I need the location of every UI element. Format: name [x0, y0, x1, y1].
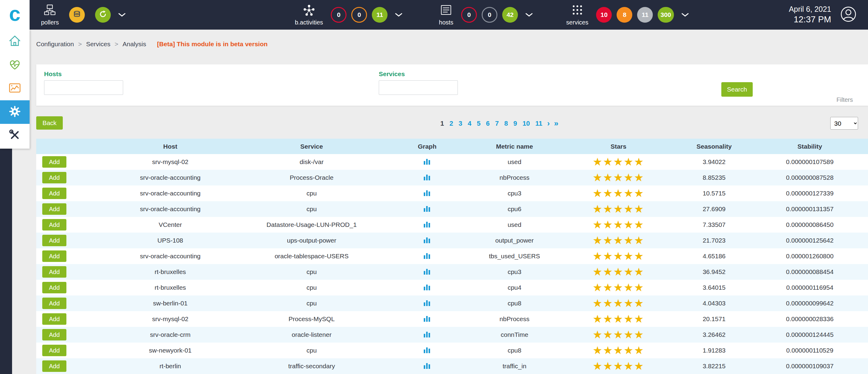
- column-header: Host: [94, 139, 236, 154]
- breadcrumb-services[interactable]: Services: [86, 40, 111, 48]
- last-page-icon[interactable]: »: [554, 119, 558, 128]
- hosts-status-badge[interactable]: 42: [502, 7, 518, 23]
- service-cell: Process-Oracle: [236, 170, 385, 185]
- graph-icon[interactable]: [423, 283, 431, 291]
- poller-database-status-badge[interactable]: [69, 7, 85, 23]
- hosts-menu[interactable]: hosts 0042: [439, 4, 533, 26]
- graph-icon[interactable]: [423, 236, 431, 244]
- add-button[interactable]: Add: [42, 188, 66, 199]
- add-button[interactable]: Add: [42, 345, 66, 356]
- add-button[interactable]: Add: [42, 361, 66, 372]
- host-cell: srv-mysql-02: [94, 311, 236, 327]
- graph-icon[interactable]: [423, 267, 431, 275]
- add-button[interactable]: Add: [42, 313, 66, 325]
- add-button[interactable]: Add: [42, 219, 66, 230]
- add-button[interactable]: Add: [42, 266, 66, 278]
- seasonality-cell: 3.26462: [677, 327, 751, 343]
- hosts-status-badge[interactable]: 0: [461, 7, 477, 23]
- graph-icon[interactable]: [423, 330, 431, 338]
- pollers-menu[interactable]: pollers: [41, 4, 126, 26]
- column-header: Stability: [751, 139, 868, 154]
- pollers-chevron-down-icon[interactable]: [118, 12, 126, 17]
- beta-notice: [Beta] This module is in beta version: [157, 40, 268, 48]
- stability-cell: 0.000000116954: [751, 280, 868, 295]
- graph-icon[interactable]: [423, 157, 431, 165]
- add-button[interactable]: Add: [42, 251, 66, 262]
- services-status-badge[interactable]: 300: [658, 7, 674, 23]
- business-activities-chevron-down-icon[interactable]: [395, 12, 403, 17]
- graph-icon[interactable]: [423, 315, 431, 322]
- poller-latency-status-badge[interactable]: [95, 7, 111, 23]
- stability-cell: 0.000000088454: [751, 264, 868, 280]
- page-size-select[interactable]: 30: [830, 117, 858, 130]
- bactivities-status-badge[interactable]: 0: [351, 7, 367, 23]
- page-link-9[interactable]: 9: [514, 120, 517, 127]
- next-page-icon[interactable]: ›: [547, 119, 550, 128]
- add-button[interactable]: Add: [42, 282, 66, 293]
- page-link-1[interactable]: 1: [440, 120, 444, 127]
- add-button[interactable]: Add: [42, 297, 66, 309]
- sidebar-item-reporting[interactable]: [0, 77, 30, 100]
- services-chevron-down-icon[interactable]: [681, 12, 689, 17]
- sidebar-item-home[interactable]: [0, 30, 30, 53]
- breadcrumb-configuration[interactable]: Configuration: [36, 40, 74, 48]
- page-link-6[interactable]: 6: [486, 120, 490, 127]
- service-cell: cpu: [236, 264, 385, 280]
- stability-cell: 0.000000124445: [751, 327, 868, 343]
- graph-icon[interactable]: [423, 189, 431, 197]
- table-row: Add rt-bruxelles cpu cpu4 ★★★★★ 3.64015 …: [36, 280, 868, 295]
- star-rating: ★★★★★: [592, 219, 644, 231]
- hosts-chevron-down-icon[interactable]: [525, 12, 533, 17]
- graph-icon[interactable]: [423, 346, 431, 354]
- services-status-badge[interactable]: 8: [617, 7, 632, 23]
- sidebar-item-monitoring[interactable]: [0, 53, 30, 77]
- services-status-badge[interactable]: 10: [596, 7, 612, 23]
- services-filter-input[interactable]: [379, 80, 458, 95]
- page-link-10[interactable]: 10: [522, 120, 530, 127]
- table-toolbar: Back 1234567891011›» 30: [30, 116, 868, 130]
- hosts-status-badge[interactable]: 0: [482, 7, 497, 23]
- search-button[interactable]: Search: [721, 82, 753, 97]
- add-button[interactable]: Add: [42, 203, 66, 215]
- page-link-11[interactable]: 11: [535, 120, 542, 127]
- table-row: Add rt-berlin traffic-secondary traffic_…: [36, 358, 868, 374]
- page-link-4[interactable]: 4: [468, 120, 471, 127]
- bactivities-status-badge[interactable]: 11: [372, 7, 388, 23]
- graph-icon[interactable]: [423, 299, 431, 307]
- business-activities-menu[interactable]: b.activities 0011: [295, 4, 403, 26]
- services-status-badge[interactable]: 11: [637, 7, 653, 23]
- page-link-2[interactable]: 2: [450, 120, 453, 127]
- service-cell: Process-MySQL: [236, 311, 385, 327]
- sidebar-item-administration[interactable]: [0, 124, 30, 147]
- add-button[interactable]: Add: [42, 156, 66, 168]
- add-button[interactable]: Add: [42, 172, 66, 183]
- topbar-status-area: pollers: [30, 0, 868, 30]
- hosts-filter-input[interactable]: [44, 80, 123, 95]
- graph-icon[interactable]: [423, 362, 431, 370]
- services-badges: 10811300: [596, 7, 674, 23]
- back-button[interactable]: Back: [36, 116, 63, 130]
- graph-icon[interactable]: [423, 173, 431, 181]
- page-link-8[interactable]: 8: [504, 120, 508, 127]
- graph-icon[interactable]: [423, 252, 431, 259]
- page-link-7[interactable]: 7: [495, 120, 499, 127]
- stability-cell: 0.000000086450: [751, 217, 868, 233]
- add-button[interactable]: Add: [42, 235, 66, 246]
- page-link-5[interactable]: 5: [477, 120, 480, 127]
- sidebar-item-configuration[interactable]: [0, 100, 30, 124]
- bactivities-status-badge[interactable]: 0: [331, 7, 346, 23]
- breadcrumb-analysis[interactable]: Analysis: [123, 40, 146, 48]
- service-cell: disk-/var: [236, 154, 385, 170]
- graph-icon[interactable]: [423, 204, 431, 212]
- filters-caption: Filters: [837, 96, 853, 103]
- stability-cell: 0.000001260800: [751, 248, 868, 264]
- add-button[interactable]: Add: [42, 329, 66, 341]
- centreon-logo[interactable]: c: [0, 0, 30, 30]
- services-menu[interactable]: services 10811300: [566, 4, 689, 26]
- metrics-table: HostServiceGraphMetric nameStarsSeasonal…: [36, 139, 868, 374]
- graph-icon[interactable]: [423, 220, 431, 228]
- user-profile-icon[interactable]: [840, 6, 857, 24]
- service-cell: Datastore-Usage-LUN-PROD_1: [236, 217, 385, 233]
- page-link-3[interactable]: 3: [459, 120, 462, 127]
- metric-cell: cpu6: [469, 201, 560, 217]
